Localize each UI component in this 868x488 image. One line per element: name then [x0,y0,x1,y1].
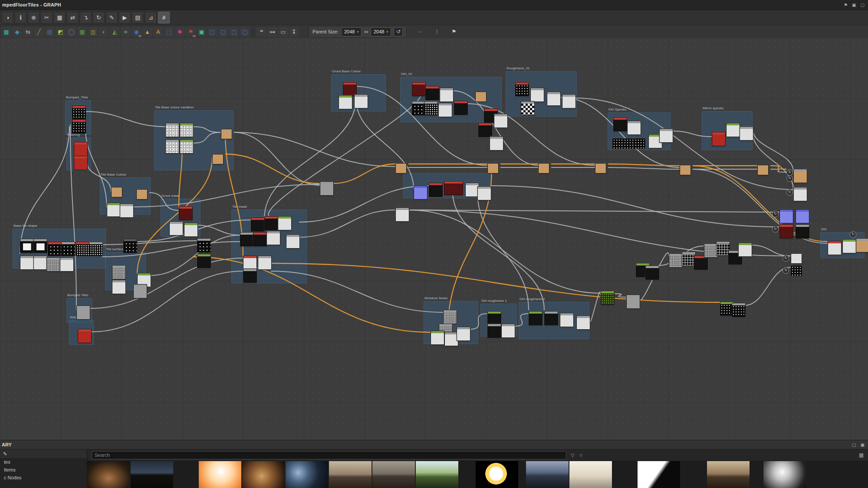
graph-node[interactable] [112,280,126,294]
blur-node-icon[interactable]: ◐ [99,27,109,37]
pin-panel-icon[interactable]: ⚑ [844,3,848,7]
graph-node[interactable] [320,181,334,196]
wire[interactable] [179,145,182,208]
graph-node[interactable] [521,101,535,115]
graph-node[interactable] [112,265,126,279]
gradient-node-icon[interactable]: ◩ [56,27,66,37]
graph-node[interactable] [76,305,90,320]
graph-node[interactable] [61,242,75,256]
sidebar-item[interactable]: tes [0,458,87,466]
graph-node[interactable] [72,119,86,134]
wire[interactable] [575,98,793,190]
flag-node-icon[interactable]: ⚑01 [186,27,196,37]
favorite-star-icon[interactable]: ☆ [579,452,583,458]
wire[interactable] [197,225,240,235]
library-thumbnail[interactable] [286,461,328,488]
graph-node[interactable] [414,185,427,200]
graph-node[interactable] [184,223,198,237]
graph-node[interactable] [33,239,47,253]
graph-node[interactable] [354,94,368,108]
graph-node[interactable] [278,216,292,230]
graph-node[interactable] [440,88,454,102]
graph-node[interactable] [20,239,34,253]
graph-node[interactable] [395,163,407,174]
graph-node[interactable] [89,242,103,256]
graph-node[interactable] [478,123,492,137]
wire[interactable] [299,210,395,237]
frame-image-icon[interactable]: ▭ [278,27,288,37]
display-icon[interactable]: ▦ [54,12,66,23]
recompute-badge-icon[interactable]: ↻ [783,267,789,274]
library-thumbnail[interactable] [763,461,806,488]
graph-node[interactable] [443,310,457,324]
wire[interactable] [751,245,791,256]
frame-a-icon[interactable]: ▢ [207,27,217,37]
float-window-icon[interactable]: ▣ [852,3,856,7]
graph-node[interactable] [60,257,74,272]
graph-node[interactable] [645,265,659,280]
graph-canvas[interactable]: Bumped_TilesFlooringTile Base colour var… [0,38,868,440]
graph-node[interactable] [623,138,635,149]
shuffle-node-icon[interactable]: ⇆ [23,27,33,37]
graph-node[interactable] [475,92,487,102]
instance-params-icon[interactable]: ∙∙ [414,26,425,37]
graph-node[interactable] [133,284,147,298]
library-thumbnail[interactable] [242,461,285,488]
wire[interactable] [614,294,626,297]
recompute-badge-icon[interactable]: ↻ [772,211,779,217]
graph-node[interactable] [530,88,544,102]
graph-node[interactable] [243,255,257,270]
library-thumbnail[interactable] [416,461,458,488]
library-thumbnail[interactable] [199,461,241,488]
wire[interactable] [333,164,395,183]
dot-link-icon[interactable]: ⊶ [267,27,277,37]
levels-node-icon[interactable]: ▤ [45,27,55,37]
graph-node[interactable] [796,209,809,223]
graph-node[interactable] [251,217,265,232]
graph-node[interactable] [253,232,267,246]
grid-view-icon[interactable]: ▦ [859,452,864,458]
graph-node[interactable] [626,295,640,309]
graph-node[interactable] [842,239,856,253]
wire[interactable] [608,167,680,169]
library-thumbnail[interactable] [372,461,415,488]
splatter-node-icon[interactable]: ✱ [175,27,185,37]
graph-node[interactable] [120,203,134,218]
recompute-badge-icon[interactable]: ↻ [850,231,856,238]
graph-node[interactable] [501,324,515,338]
wire[interactable] [193,132,221,143]
graph-node[interactable] [732,303,746,317]
graph-node[interactable] [165,139,179,154]
wire[interactable] [299,186,429,222]
recompute-badge-icon[interactable]: ↻ [786,169,793,176]
graph-node[interactable] [779,224,793,239]
frame-d-icon[interactable]: ▢ [240,27,250,37]
reset-size-button[interactable]: ↺ [394,27,403,36]
graph-node[interactable] [395,207,409,222]
library-thumbnail[interactable] [87,461,130,488]
frame-c-icon[interactable]: ▢ [229,27,239,37]
graph-node[interactable] [429,183,443,197]
graph-node[interactable] [240,232,254,246]
graph-node[interactable] [740,126,753,141]
graph-node[interactable] [544,311,558,325]
graph-node[interactable] [726,123,740,137]
tile-node-icon[interactable]: ▣ [197,27,207,37]
wire[interactable] [453,192,544,310]
library-thumbnail[interactable] [476,461,518,488]
sidebar-item[interactable]: c Nodes [0,474,87,481]
graph-node[interactable] [266,231,280,245]
graph-node[interactable] [107,203,121,217]
library-thumbnail[interactable] [329,461,372,488]
graph-node[interactable] [221,129,232,139]
graph-node[interactable] [72,105,86,120]
graph-node[interactable] [33,255,47,270]
wire[interactable] [408,210,791,256]
cut-links-icon[interactable]: ✂ [41,12,53,23]
measure-icon[interactable]: ⊿ [145,12,157,23]
library-thumbnail[interactable] [526,461,569,488]
graph-node[interactable] [197,238,211,252]
levels-view-icon[interactable]: ▤ [132,12,144,23]
graph-node[interactable] [438,103,452,117]
blend-node-icon[interactable]: ▥ [88,27,98,37]
